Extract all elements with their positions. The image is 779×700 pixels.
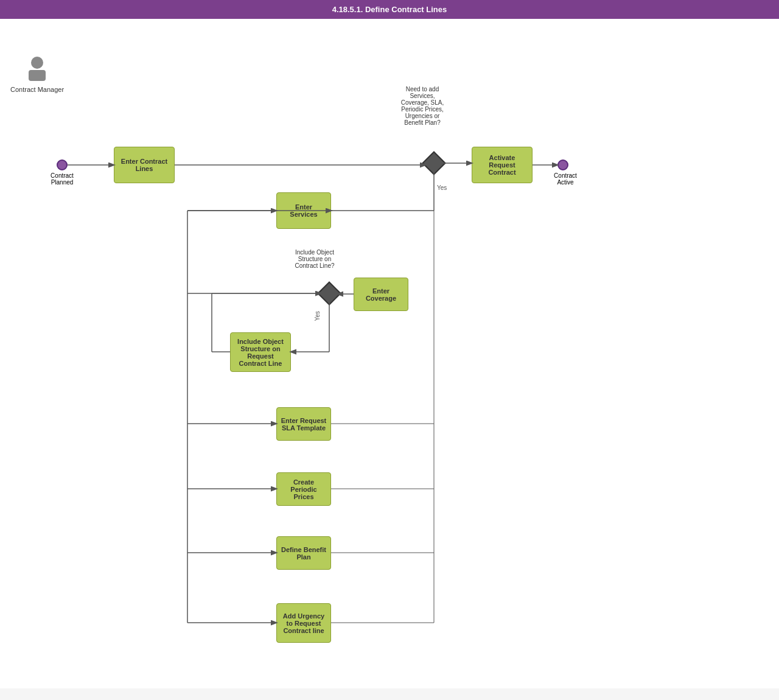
contract-active-label: Contract Active [547,172,584,186]
person-icon [26,57,48,82]
actor-name: Contract Manager [10,86,64,93]
main-gateway-label: Need to add Services, Coverage, SLA, Per… [395,86,450,126]
yes-main-label: Yes [437,184,447,191]
yes-include-label: Yes [314,311,321,321]
include-object-gateway [317,281,341,306]
title-text: 4.18.5.1. Define Contract Lines [332,5,447,14]
contract-planned-label: Contract Planned [44,172,80,186]
include-object-structure-box[interactable]: Include Object Structure on Request Cont… [230,332,291,372]
contract-planned-state [57,159,68,170]
svg-point-0 [31,57,43,69]
enter-coverage-box[interactable]: Enter Coverage [354,278,408,311]
add-urgency-box[interactable]: Add Urgency to Request Contract line [276,603,331,643]
enter-contract-lines-box[interactable]: Enter Contract Lines [114,147,175,183]
actor-contract-manager: Contract Manager [10,57,64,93]
enter-request-sla-box[interactable]: Enter Request SLA Template [276,407,331,441]
title-bar: 4.18.5.1. Define Contract Lines [0,0,779,19]
diagram-area: Contract Manager Contract Planned Enter … [0,19,779,688]
activate-request-contract-box[interactable]: Activate Request Contract [472,147,533,183]
svg-rect-1 [29,70,46,81]
main-gateway [422,151,446,175]
define-benefit-plan-box[interactable]: Define Benefit Plan [276,536,331,570]
create-periodic-prices-box[interactable]: Create Periodic Prices [276,472,331,506]
contract-active-state [557,159,568,170]
enter-services-box[interactable]: Enter Services [276,192,331,229]
flow-arrows [0,19,779,700]
include-object-label: Include Object Structure on Contract Lin… [287,249,342,269]
